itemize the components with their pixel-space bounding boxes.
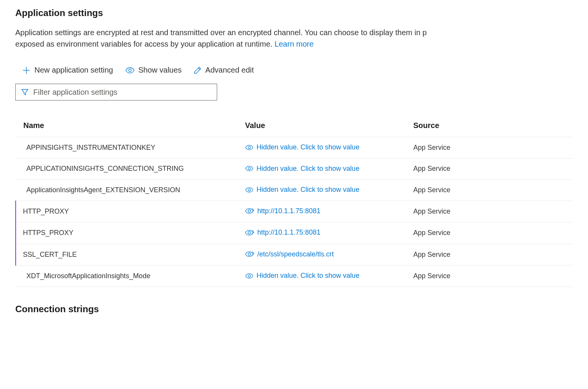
eye-icon	[245, 187, 253, 193]
show-values-button[interactable]: Show values	[125, 64, 182, 76]
table-row: APPINSIGHTS_INSTRUMENTATIONKEYHidden val…	[16, 137, 573, 159]
setting-source: App Service	[406, 266, 573, 287]
eye-icon	[245, 166, 253, 171]
setting-value: http://10.1.1.75:8081	[257, 207, 320, 215]
app-settings-title: Application settings	[15, 8, 573, 18]
description-text-post: exposed as environment variables for acc…	[15, 40, 275, 48]
setting-value-cell: Hidden value. Click to show value	[237, 180, 406, 201]
col-header-source[interactable]: Source	[406, 116, 573, 137]
setting-value-cell: Hidden value. Click to show value	[237, 266, 406, 287]
svg-point-7	[248, 210, 250, 212]
show-value-link[interactable]: Hidden value. Click to show value	[245, 186, 359, 194]
show-value-link[interactable]: Hidden value. Click to show value	[245, 165, 359, 173]
eye-hide-icon	[245, 251, 254, 257]
svg-point-9	[248, 253, 250, 255]
hidden-value-text: Hidden value. Click to show value	[257, 186, 359, 194]
setting-source: App Service	[406, 201, 573, 222]
table-row: HTTPS_PROXYhttp://10.1.1.75:8081App Serv…	[16, 222, 573, 244]
svg-point-10	[248, 274, 250, 277]
col-header-name[interactable]: Name	[16, 116, 237, 137]
setting-value: /etc/ssl/speedscale/tls.crt	[257, 250, 334, 258]
table-row: SSL_CERT_FILE/etc/ssl/speedscale/tls.crt…	[16, 244, 573, 266]
eye-hide-icon	[245, 230, 254, 236]
setting-value-cell: Hidden value. Click to show value	[237, 137, 406, 159]
connection-strings-title: Connection strings	[15, 304, 573, 314]
hidden-value-text: Hidden value. Click to show value	[257, 272, 359, 280]
setting-source: App Service	[406, 222, 573, 244]
plus-icon	[22, 66, 31, 75]
app-settings-toolbar: New application setting Show values Adva…	[21, 64, 573, 76]
eye-hide-icon	[245, 208, 254, 214]
eye-icon	[245, 145, 253, 150]
setting-name[interactable]: APPLICATIONINSIGHTS_CONNECTION_STRING	[16, 158, 237, 180]
setting-name[interactable]: ApplicationInsightsAgent_EXTENSION_VERSI…	[16, 180, 237, 201]
setting-name[interactable]: APPINSIGHTS_INSTRUMENTATIONKEY	[16, 137, 237, 159]
table-row: XDT_MicrosoftApplicationInsights_ModeHid…	[16, 266, 573, 287]
svg-line-3	[198, 68, 200, 70]
setting-source: App Service	[406, 180, 573, 201]
app-settings-description: Application settings are encrypted at re…	[15, 27, 573, 50]
setting-value-cell: http://10.1.1.75:8081	[237, 222, 406, 244]
eye-icon	[125, 67, 135, 73]
eye-icon	[245, 273, 253, 279]
show-values-label: Show values	[138, 66, 182, 75]
setting-value-cell: Hidden value. Click to show value	[237, 158, 406, 180]
setting-source: App Service	[406, 137, 573, 159]
app-settings-table: Name Value Source APPINSIGHTS_INSTRUMENT…	[15, 116, 573, 287]
svg-point-2	[128, 69, 131, 71]
svg-point-6	[248, 188, 250, 191]
filter-icon	[21, 88, 29, 96]
hide-value-link[interactable]: http://10.1.1.75:8081	[245, 207, 320, 215]
filter-input[interactable]	[33, 88, 211, 97]
description-text-pre: Application settings are encrypted at re…	[15, 28, 427, 37]
setting-value-cell: /etc/ssl/speedscale/tls.crt	[237, 244, 406, 266]
hide-value-link[interactable]: /etc/ssl/speedscale/tls.crt	[245, 250, 334, 258]
new-app-setting-label: New application setting	[34, 66, 113, 75]
setting-value: http://10.1.1.75:8081	[257, 229, 320, 237]
setting-name[interactable]: HTTP_PROXY	[16, 201, 237, 222]
svg-point-4	[248, 146, 250, 148]
advanced-edit-label: Advanced edit	[205, 66, 254, 75]
setting-name[interactable]: XDT_MicrosoftApplicationInsights_Mode	[16, 266, 237, 287]
col-header-value[interactable]: Value	[237, 116, 406, 137]
svg-point-8	[248, 231, 250, 233]
setting-value-cell: http://10.1.1.75:8081	[237, 201, 406, 222]
hidden-value-text: Hidden value. Click to show value	[257, 165, 359, 173]
new-app-setting-button[interactable]: New application setting	[21, 64, 114, 76]
filter-box	[15, 84, 217, 100]
show-value-link[interactable]: Hidden value. Click to show value	[245, 272, 359, 280]
svg-point-5	[248, 167, 250, 170]
table-row: HTTP_PROXYhttp://10.1.1.75:8081App Servi…	[16, 201, 573, 222]
setting-name[interactable]: HTTPS_PROXY	[16, 222, 237, 244]
setting-source: App Service	[406, 158, 573, 180]
table-row: APPLICATIONINSIGHTS_CONNECTION_STRINGHid…	[16, 158, 573, 180]
setting-source: App Service	[406, 244, 573, 266]
pencil-icon	[194, 66, 201, 74]
learn-more-link[interactable]: Learn more	[275, 40, 313, 48]
hidden-value-text: Hidden value. Click to show value	[257, 143, 359, 151]
setting-name[interactable]: SSL_CERT_FILE	[16, 244, 237, 266]
table-row: ApplicationInsightsAgent_EXTENSION_VERSI…	[16, 180, 573, 201]
advanced-edit-button[interactable]: Advanced edit	[193, 64, 255, 76]
show-value-link[interactable]: Hidden value. Click to show value	[245, 143, 359, 151]
hide-value-link[interactable]: http://10.1.1.75:8081	[245, 229, 320, 237]
